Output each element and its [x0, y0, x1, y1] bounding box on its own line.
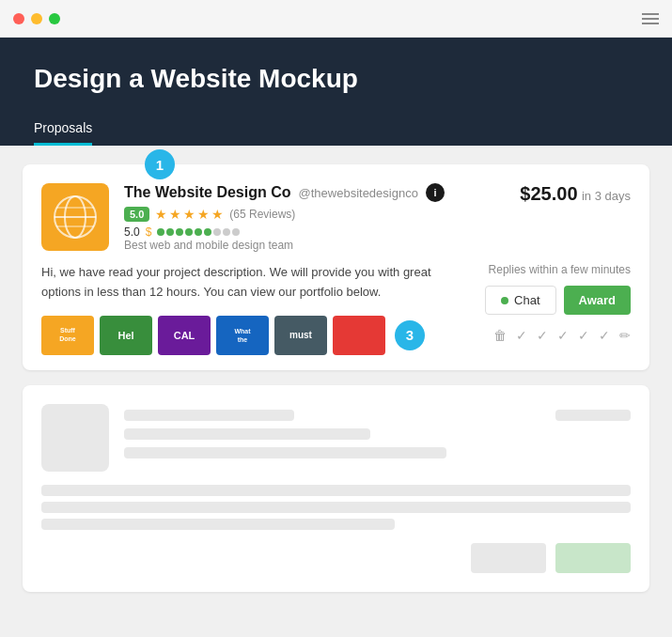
- star-3: ★: [183, 207, 195, 222]
- portfolio-thumb-3[interactable]: CAL: [158, 316, 211, 355]
- rating-row: 5.0 ★ ★ ★ ★ ★ (65 Reviews): [124, 207, 505, 222]
- proposal-card: 1 The Website Design Co @thewebsitedesig…: [23, 164, 649, 370]
- close-button[interactable]: [13, 13, 24, 24]
- step-badge-1: 1: [145, 149, 175, 179]
- left-section: Hi, we have read your project descriptio…: [41, 263, 450, 355]
- skeleton-line-3: [124, 447, 446, 458]
- vendor-handle: @thewebsitedesignco: [299, 186, 418, 200]
- reply-time-text: Replies within a few minutes: [489, 263, 631, 276]
- star-half: ★: [211, 207, 224, 222]
- right-actions: Replies within a few minutes Chat Award …: [461, 263, 631, 343]
- portfolio-thumb-2[interactable]: Hel: [100, 316, 152, 355]
- dot-8: [223, 228, 230, 236]
- star-2: ★: [169, 207, 181, 222]
- dot-4: [185, 228, 193, 236]
- message-body: Hi, we have read your project descriptio…: [41, 263, 450, 303]
- skeleton-chat-btn: [471, 543, 546, 573]
- minimize-button[interactable]: [31, 13, 42, 24]
- portfolio-thumb-4[interactable]: Whatthe: [216, 316, 269, 355]
- tabs-bar: Proposals: [34, 113, 638, 146]
- dot-1: [157, 228, 164, 236]
- skeleton-line-1: [124, 410, 294, 421]
- vendor-name: The Website Design Co: [124, 184, 291, 201]
- skeleton-proposal-card: [23, 385, 649, 592]
- check-icon-2[interactable]: ✓: [537, 328, 548, 343]
- maximize-button[interactable]: [49, 13, 60, 24]
- skeleton-award-btn: [555, 543, 631, 573]
- online-indicator: [501, 297, 508, 304]
- skeleton-avatar: [41, 404, 109, 472]
- action-buttons: Chat Award: [485, 286, 631, 315]
- dot-2: [166, 228, 174, 236]
- dot-7: [213, 228, 221, 236]
- chat-label: Chat: [514, 293, 539, 307]
- check-icon-3[interactable]: ✓: [557, 328, 569, 343]
- dot-5: [195, 228, 202, 236]
- level-num: 5.0: [124, 225, 140, 239]
- portfolio-thumb-5[interactable]: must: [274, 316, 327, 355]
- title-bar: [0, 0, 672, 38]
- price-duration: in 3 days: [582, 189, 631, 203]
- skeleton-top: [41, 404, 631, 472]
- skeleton-body-line-1: [41, 485, 631, 496]
- price-amount: $25.00: [520, 183, 577, 204]
- skeleton-price-line: [555, 410, 631, 421]
- skeleton-body-line-3: [41, 519, 395, 530]
- chat-button[interactable]: Chat: [485, 286, 555, 315]
- portfolio-thumb-6[interactable]: [333, 316, 385, 355]
- card-bottom: Hi, we have read your project descriptio…: [41, 263, 631, 355]
- vendor-meta: The Website Design Co @thewebsitedesignc…: [124, 183, 505, 252]
- level-dots: [157, 228, 240, 236]
- skeleton-body: [41, 485, 631, 530]
- tab-proposals[interactable]: Proposals: [34, 113, 92, 146]
- edit-icon[interactable]: ✏: [619, 328, 631, 343]
- vendor-avatar: [41, 183, 109, 251]
- proposal-top: The Website Design Co @thewebsitedesignc…: [41, 183, 631, 252]
- reviews-text: (65 Reviews): [229, 208, 295, 221]
- menu-icon[interactable]: [642, 13, 659, 24]
- skeleton-footer: [41, 543, 631, 573]
- vendor-desc: Best web and mobile design team: [124, 239, 505, 252]
- check-icon-5[interactable]: ✓: [599, 328, 610, 343]
- info-icon[interactable]: i: [426, 183, 445, 202]
- price-block: $25.00 in 3 days: [520, 183, 631, 205]
- skeleton-body-line-2: [41, 502, 631, 513]
- portfolio-more-badge[interactable]: 3: [395, 320, 425, 350]
- stars: ★ ★ ★ ★ ★: [155, 207, 224, 222]
- page-title: Design a Website Mockup: [34, 64, 638, 94]
- skeleton-lines: [124, 404, 503, 472]
- dot-3: [176, 228, 183, 236]
- star-4: ★: [197, 207, 210, 222]
- icon-actions: 🗑 ✓ ✓ ✓ ✓ ✓ ✏: [493, 328, 631, 343]
- currency-icon: $: [146, 225, 152, 239]
- check-icon-1[interactable]: ✓: [516, 328, 527, 343]
- skeleton-line-2: [124, 428, 370, 440]
- page-header: Design a Website Mockup Proposals: [0, 38, 672, 146]
- level-row: 5.0 $: [124, 225, 505, 239]
- vendor-name-row: The Website Design Co @thewebsitedesignc…: [124, 183, 505, 202]
- delete-icon[interactable]: 🗑: [493, 328, 507, 343]
- award-button[interactable]: Award: [564, 286, 632, 315]
- portfolio-row: StuffDone Hel CAL Whatthe must: [41, 316, 450, 355]
- portfolio-thumb-1[interactable]: StuffDone: [41, 316, 94, 355]
- check-icon-4[interactable]: ✓: [578, 328, 589, 343]
- dot-9: [232, 228, 240, 236]
- window-controls: [13, 13, 60, 24]
- rating-badge: 5.0: [124, 207, 149, 222]
- star-1: ★: [155, 207, 167, 222]
- main-content: 1 The Website Design Co @thewebsitedesig…: [0, 146, 672, 611]
- dot-6: [204, 228, 211, 236]
